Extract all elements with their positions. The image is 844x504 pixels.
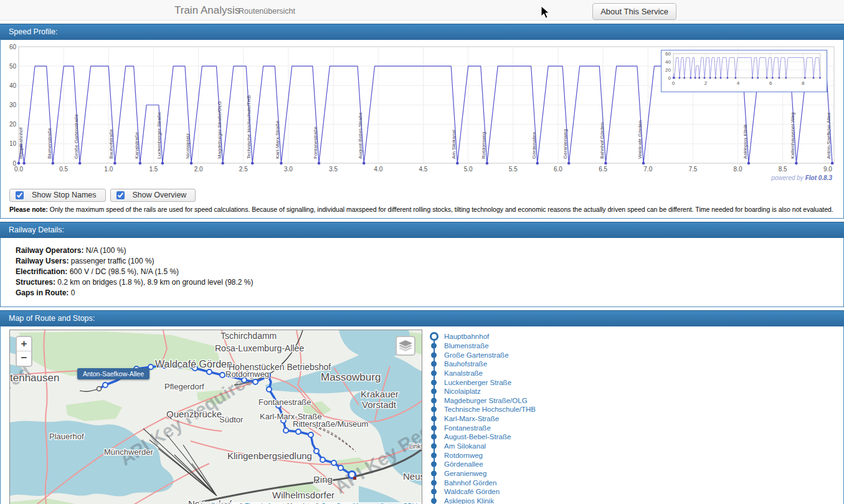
svg-text:3.5: 3.5 [329, 166, 338, 173]
overview-inset-chart[interactable]: 020406002468 [661, 50, 827, 92]
route-stop-marker[interactable] [267, 387, 272, 392]
show-overview-label: Show Overview [133, 191, 187, 199]
stop-link[interactable]: Luckenberger Straße [444, 379, 511, 386]
svg-text:0: 0 [672, 80, 675, 86]
speed-profile-section: Speed Profile: 01020304050600.00.51.01.5… [0, 24, 844, 219]
route-stop-marker[interactable] [314, 449, 319, 454]
detail-row: Railway Users: passenger traffic (100 %) [16, 257, 843, 265]
route-stop-marker[interactable] [338, 465, 343, 470]
show-stop-names-label: Show Stop Names [32, 191, 97, 199]
stop-label: Luckenberger Straße [156, 112, 162, 159]
powered-by-text: powered by [771, 174, 805, 181]
svg-text:2: 2 [704, 80, 708, 86]
stop-link[interactable]: Blumenstraße [444, 342, 489, 349]
route-start-marker[interactable] [97, 387, 102, 391]
svg-text:8.5: 8.5 [779, 166, 787, 173]
svg-text:60: 60 [9, 44, 16, 50]
stop-link[interactable]: Am Silokanal [444, 442, 486, 450]
powered-by-flot: powered by Flot 0.8.3 [771, 174, 832, 181]
about-this-service-button[interactable]: About This Service [592, 3, 676, 20]
stop-link[interactable]: Bauhofstraße [444, 360, 487, 368]
stop-marker [456, 162, 459, 165]
stop-link[interactable]: Nicolaiplatz [444, 388, 481, 395]
stop-link[interactable]: Bahnhof Görden [444, 479, 496, 487]
map-place-label: Quenzbrücke [166, 409, 222, 419]
flot-link[interactable]: Flot 0.8.3 [805, 174, 832, 181]
route-stop-marker[interactable] [103, 383, 108, 388]
route-stop-marker[interactable] [331, 460, 336, 465]
overview-chart-canvas[interactable]: 020406002468 [663, 52, 825, 88]
stop-marker [673, 77, 675, 79]
route-stop-marker[interactable] [308, 432, 313, 437]
railway-details-section: Railway Details: Railway Operators: N/A … [0, 222, 844, 307]
map-layers-control[interactable] [396, 336, 415, 356]
stop-list-item: Waldcafé Görden [429, 487, 536, 497]
stop-link[interactable]: Geranienweg [444, 470, 486, 477]
app-title[interactable]: Train Analysis [174, 4, 240, 17]
stop-marker [221, 162, 224, 165]
map-place-label: Wilhelmsdorfer [272, 490, 334, 500]
stop-link[interactable]: Kanalstraße [444, 369, 483, 377]
show-stop-names-toggle[interactable]: Show Stop Names [9, 189, 106, 202]
nav-link-routenuebersicht[interactable]: Routenübersicht [239, 7, 295, 16]
stop-marker [642, 162, 645, 165]
show-overview-checkbox[interactable] [116, 191, 125, 199]
stop-marker [567, 162, 571, 165]
stop-link[interactable]: Hauptbahnhof [444, 333, 489, 340]
svg-text:60: 60 [665, 52, 671, 57]
stop-label: Kaltenhausener Weg [790, 112, 795, 159]
stop-marker [683, 77, 685, 79]
map-place-label: Krakauer [361, 389, 399, 399]
show-overview-toggle[interactable]: Show Overview [110, 189, 196, 202]
stop-marker [280, 162, 283, 165]
stop-label: Bahnhof Görden [599, 122, 605, 159]
stop-link[interactable]: Technische Hochschule/THB [444, 406, 536, 413]
stop-link[interactable]: Asklepios Klinik [444, 497, 494, 504]
stop-link[interactable]: Fontanestraße [444, 424, 491, 432]
stop-marker [695, 77, 696, 79]
route-stop-marker[interactable] [220, 373, 225, 378]
svg-text:6.0: 6.0 [554, 166, 562, 173]
stop-link[interactable]: Magdeburger Straße/OLG [444, 397, 528, 404]
map-place-label: Rotdornweg [225, 369, 269, 379]
stop-marker [363, 162, 366, 165]
stop-label: Technische Hochschule/THB [246, 95, 252, 159]
map-header: Map of Route and Stops: [0, 310, 844, 326]
detail-row: Railway Operators: N/A (100 %) [16, 246, 843, 255]
stop-link[interactable]: Rotdornweg [444, 452, 483, 459]
stop-marker [709, 77, 711, 79]
map-zoom-control: + − [16, 336, 32, 367]
stop-marker [52, 162, 55, 165]
stop-marker [779, 77, 780, 79]
map-place-label: Links d [409, 443, 422, 450]
stop-marker [113, 162, 116, 165]
svg-text:1.0: 1.0 [104, 166, 113, 173]
speed-chart[interactable]: 01020304050600.00.51.01.52.02.53.03.54.0… [9, 44, 836, 179]
stop-label: August-Bebel-Straße [358, 112, 363, 159]
route-stop-marker[interactable] [320, 457, 325, 462]
stop-label: Nicolaiplatz [185, 133, 191, 159]
map-canvas[interactable]: API Key RequiredAPI Key RequiredAPI Key … [10, 330, 422, 504]
stop-list-item: Bauhofstraße [429, 359, 536, 369]
route-map[interactable]: API Key RequiredAPI Key RequiredAPI Key … [9, 330, 422, 504]
stop-list-item: August-Bebel-Straße [429, 432, 536, 442]
map-zoom-out-button[interactable]: − [17, 351, 31, 366]
svg-text:5.5: 5.5 [509, 166, 518, 173]
route-stop-marker[interactable] [253, 379, 258, 384]
svg-text:3.0: 3.0 [284, 166, 293, 173]
stop-link[interactable]: Große Gartenstraße [444, 351, 509, 359]
stop-link[interactable]: Karl-Marx-Straße [444, 415, 499, 422]
route-stop-marker[interactable] [283, 428, 288, 433]
svg-text:2.5: 2.5 [239, 166, 248, 173]
stop-link[interactable]: Gördenallee [444, 460, 483, 468]
detail-row: Gaps in Route: 0 [16, 288, 843, 297]
map-place-label: Pflegerdorf [164, 382, 204, 391]
route-stop-marker[interactable] [296, 429, 301, 434]
map-place-label: Klingenbergsiedlung [227, 450, 312, 461]
route-stop-marker[interactable] [207, 369, 212, 374]
stop-link[interactable]: Waldcafé Görden [444, 488, 500, 495]
show-stop-names-checkbox[interactable] [16, 191, 24, 199]
stop-link[interactable]: August-Bebel-Straße [444, 433, 511, 440]
map-zoom-in-button[interactable]: + [17, 337, 31, 351]
map-body: API Key RequiredAPI Key RequiredAPI Key … [0, 326, 844, 504]
